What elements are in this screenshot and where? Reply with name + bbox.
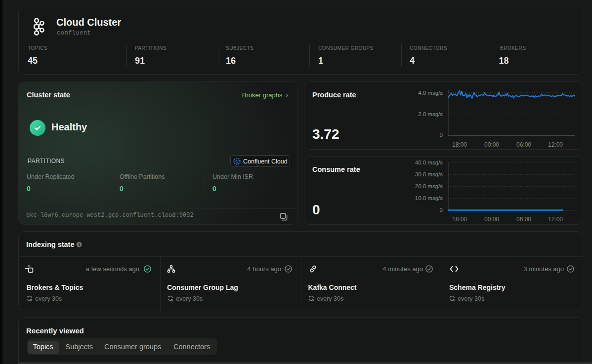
svg-text:18:00: 18:00 [452,216,467,223]
svg-text:12:00: 12:00 [548,216,563,223]
svg-text:4.0 msg/s: 4.0 msg/s [418,90,443,96]
svg-text:12:00: 12:00 [548,141,563,148]
svg-text:20.0 msg/s: 20.0 msg/s [415,183,443,189]
svg-text:2.0 msg/s: 2.0 msg/s [418,111,443,117]
svg-text:30.0 msg/s: 30.0 msg/s [415,171,443,177]
svg-text:10.0 msg/s: 10.0 msg/s [415,195,443,201]
svg-text:00:00: 00:00 [484,216,499,223]
svg-text:40.0 msg/s: 40.0 msg/s [415,160,443,165]
svg-text:00:00: 00:00 [484,141,499,148]
svg-text:18:00: 18:00 [452,141,467,148]
svg-text:0: 0 [440,207,443,213]
svg-text:0: 0 [440,132,443,138]
svg-text:06:00: 06:00 [516,216,531,223]
svg-text:06:00: 06:00 [516,141,531,148]
